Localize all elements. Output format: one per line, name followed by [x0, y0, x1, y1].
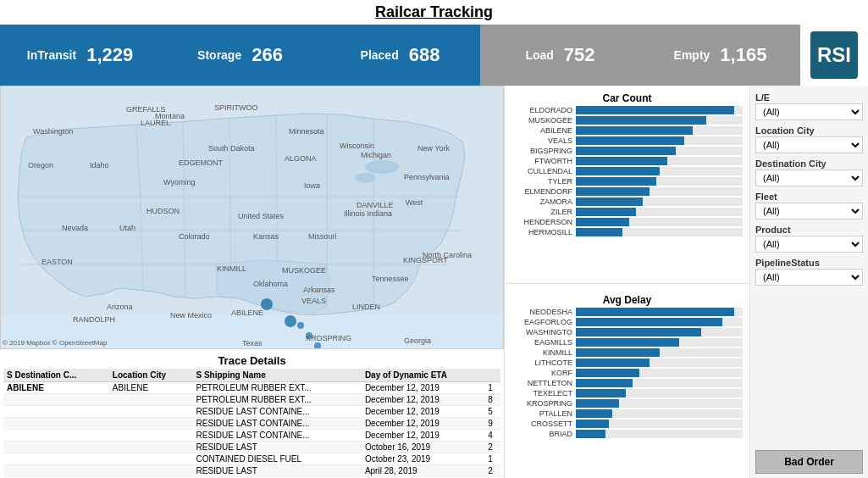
avg-delay-bar-row: NETTLETON	[511, 379, 743, 387]
bar-label: WASHINGTO	[511, 328, 572, 336]
shipping-name-cell: RESIDUE LAST	[193, 442, 362, 453]
day-cell: 8	[484, 394, 500, 406]
bar-track	[576, 318, 743, 326]
filter-product-select[interactable]: (All)	[755, 236, 863, 253]
filter-le-select[interactable]: (All)	[755, 103, 863, 120]
col-shipping-name: S Shipping Name	[193, 369, 362, 382]
map-area[interactable]: Washington GREFALLS LAUREL Montana SPIRI…	[0, 86, 504, 349]
storage-label: Storage	[197, 48, 241, 62]
bar-label: KORF	[511, 369, 572, 377]
metrics-bar: InTransit 1,229 Storage 266 Placed 688 L…	[0, 25, 868, 86]
car-count-bar-row: BIGSPRING	[511, 147, 743, 155]
bar-fill	[576, 157, 667, 165]
bar-label: EAGMILLS	[511, 338, 572, 347]
empty-label: Empty	[674, 48, 710, 62]
map-label-montana: Montana	[155, 112, 185, 120]
bar-label: NEODESHA	[511, 308, 572, 316]
filter-destination-city-label: Destination City	[755, 158, 863, 169]
metric-load[interactable]: Load 752	[480, 25, 640, 86]
avg-delay-bar-row: KORF	[511, 369, 743, 377]
placed-value: 688	[409, 44, 440, 66]
bar-track	[576, 208, 743, 216]
bar-label: CROSSETT	[511, 420, 572, 428]
filter-destination-city-select[interactable]: (All)	[755, 170, 863, 186]
table-row[interactable]: RESIDUE LAST April 28, 2019 2	[3, 465, 500, 477]
table-row[interactable]: RESIDUE LAST October 16, 2019 2	[3, 442, 500, 453]
map-label-iowa: Iowa	[304, 181, 320, 190]
location-city-cell	[109, 406, 193, 418]
intransit-value: 1,229	[86, 44, 133, 66]
bar-track	[576, 218, 743, 226]
bar-track	[576, 420, 743, 428]
map-label-oklahoma: Oklahoma	[253, 280, 288, 288]
filter-le-label: L/E	[755, 92, 863, 103]
map-dot	[285, 315, 296, 327]
table-row[interactable]: ABILENE ABILENE PETROLEUM RUBBER EXT... …	[3, 382, 500, 394]
metric-placed[interactable]: Placed 688	[320, 25, 480, 86]
avg-delay-bar-row: BRIAD	[511, 430, 743, 438]
map-label-nevada: Nevada	[62, 224, 88, 232]
dest-cell	[3, 418, 109, 430]
bar-fill	[576, 399, 619, 408]
avg-delay-section: Avg Delay NEODESHA EAGFORLOG WASHINGTO E…	[505, 287, 749, 479]
trace-section: Trace Details S Destination C... Locatio…	[0, 349, 504, 478]
map-label-missouri: Missouri	[308, 232, 337, 241]
map-label-kinmill: KINMILL	[217, 264, 246, 273]
avg-delay-bar-row: PTALLEN	[511, 409, 743, 418]
shipping-name-cell: RESIDUE LAST CONTAINE...	[193, 430, 362, 442]
map-label-minnesota: Minnesota	[289, 127, 324, 136]
bar-fill	[576, 167, 660, 175]
filter-fleet-select[interactable]: (All)	[755, 203, 863, 220]
bar-fill	[576, 197, 643, 206]
map-label-wyoming: Wyoming	[163, 178, 195, 186]
filter-product: Product (All)	[755, 225, 863, 253]
col-eta: Day of Dynamic ETA	[362, 369, 484, 382]
main-content: Washington GREFALLS LAUREL Montana SPIRI…	[0, 86, 868, 478]
metric-storage[interactable]: Storage 266	[160, 25, 320, 86]
car-count-bar-row: ZAMORA	[511, 197, 743, 206]
load-label: Load	[525, 48, 553, 62]
table-row[interactable]: PETROLEUM RUBBER EXT... December 12, 201…	[3, 394, 500, 406]
bar-fill	[576, 318, 722, 326]
table-row[interactable]: RESIDUE LAST CONTAINE... December 12, 20…	[3, 430, 500, 442]
rsi-logo: RSI	[810, 31, 858, 79]
location-city-cell	[109, 430, 193, 442]
intransit-label: InTransit	[27, 48, 76, 62]
map-label-krospring: KROSPRING	[306, 334, 351, 342]
map-label-idaho: Idaho	[90, 161, 109, 170]
map-label-randolph: RANDOLPH	[73, 315, 115, 324]
bar-track	[576, 177, 743, 186]
filter-pipeline-status-select[interactable]: (All)	[755, 269, 863, 286]
bar-fill	[576, 379, 633, 387]
eta-cell: December 12, 2019	[362, 430, 484, 442]
map-label-kansas: Kansas	[253, 232, 279, 241]
bar-label: KINMILL	[511, 348, 572, 357]
bar-track	[576, 136, 743, 145]
middle-panel: Car Count ELDORADO MUSKOGEE ABILENE VEAL…	[504, 86, 749, 478]
eta-cell: October 16, 2019	[362, 442, 484, 453]
car-count-section: Car Count ELDORADO MUSKOGEE ABILENE VEAL…	[505, 86, 749, 280]
map-label-edgemont: EDGEMONT	[179, 158, 223, 167]
bar-fill	[576, 147, 676, 155]
table-row[interactable]: RESIDUE LAST CONTAINE... December 12, 20…	[3, 418, 500, 430]
right-panel: L/E (All) Location City (All) Destinatio…	[749, 86, 868, 478]
bar-fill	[576, 358, 650, 367]
bad-order-button[interactable]: Bad Order	[755, 450, 863, 474]
car-count-bar-row: ELDORADO	[511, 106, 743, 114]
day-cell: 5	[484, 406, 500, 418]
bar-fill	[576, 369, 639, 377]
filter-location-city: Location City (All)	[755, 125, 863, 153]
metric-intransit[interactable]: InTransit 1,229	[0, 25, 160, 86]
filter-destination-city: Destination City (All)	[755, 158, 863, 186]
bar-label: KROSPRING	[511, 399, 572, 408]
shipping-name-cell: CONTAINED DIESEL FUEL	[193, 453, 362, 465]
bar-track	[576, 197, 743, 206]
svg-point-1	[365, 160, 399, 174]
map-label-veals: VEALS	[301, 297, 326, 305]
table-row[interactable]: RESIDUE LAST CONTAINE... December 12, 20…	[3, 406, 500, 418]
dest-cell	[3, 465, 109, 477]
table-row[interactable]: CONTAINED DIESEL FUEL October 23, 2019 1	[3, 453, 500, 465]
metric-empty[interactable]: Empty 1,165	[640, 25, 800, 86]
location-city-cell	[109, 465, 193, 477]
filter-location-city-select[interactable]: (All)	[755, 136, 863, 153]
